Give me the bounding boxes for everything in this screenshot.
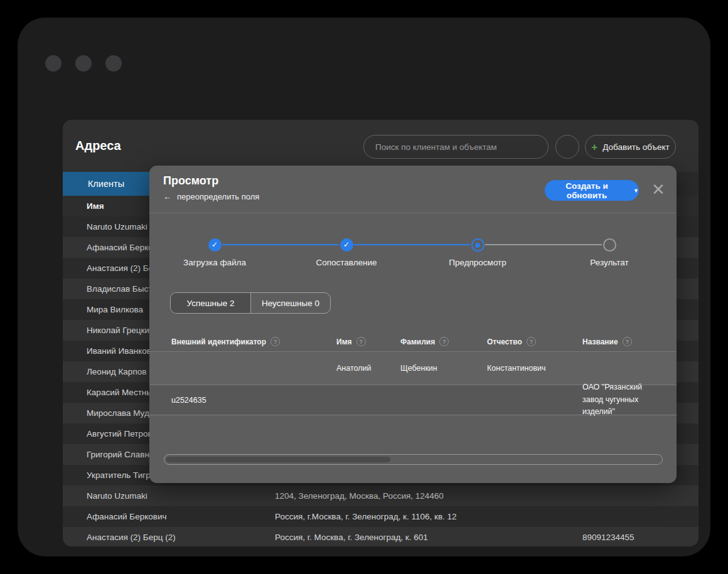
app-header: Адреса + Добавить объект [63,120,699,172]
preview-column-header: Внешний идентификатор? [171,331,280,352]
client-name-cell: Николай Грецкий [87,326,154,335]
window-controls [45,55,122,72]
wizard-step[interactable]: ✓Сопоставление [296,238,397,267]
step-label: Загрузка файла [164,258,265,267]
add-object-label: Добавить объект [602,142,669,152]
upcoming-step-icon [603,238,616,252]
client-name-cell: Владислав Быстр [87,284,157,294]
step-label: Предпросмотр [427,258,528,267]
create-and-update-button[interactable]: Создать и обновить ▼ [545,180,639,201]
preview-table-header: Внешний идентификатор?Имя?Фамилия?Отчест… [149,331,677,352]
preview-cell: ОАО "Рязанский завод чугунных изделий" [582,385,663,415]
import-preview-modal: Просмотр ← переопределить поля Создать и… [149,166,677,483]
wizard-step[interactable]: Результат [559,238,660,267]
help-icon[interactable]: ? [527,337,536,346]
name-column-header: Имя [87,201,104,211]
close-icon[interactable]: ✕ [650,182,666,198]
client-name-cell: Naruto Uzumaki [87,491,147,501]
modal-header: Просмотр ← переопределить поля Создать и… [149,166,677,213]
wizard-stepper: ✓Загрузка файла✓СопоставлениеПредпросмот… [149,213,677,282]
add-object-button[interactable]: + Добавить объект [585,135,676,159]
wizard-step[interactable]: Предпросмотр [427,238,528,267]
help-icon[interactable]: ? [439,337,449,346]
result-tabs: Успешные 2Неуспешные 0 [170,292,331,314]
client-name-cell: Анастасия (2) Берц (2) [87,533,176,542]
check-icon: ✓ [208,238,222,252]
redefine-fields-link[interactable]: ← переопределить поля [163,192,259,201]
page-title: Адреса [75,139,121,153]
step-label: Сопоставление [296,258,397,267]
preview-column-header: Отчество? [487,331,536,352]
scrollbar-thumb[interactable] [166,457,390,462]
client-name-cell: Иваний Иванков [87,346,151,356]
preview-cell: Анатолий [336,352,371,385]
preview-cell: Константинович [487,352,546,385]
client-name-cell: Мира Вилкова [87,305,143,314]
search-input[interactable] [363,135,549,159]
preview-column-label: Имя [336,337,352,346]
modal-title: Просмотр [163,174,218,188]
preview-column-header: Имя? [336,331,366,352]
preview-cell: Щебенкин [400,352,437,385]
preview-cell: u2524635 [171,385,206,415]
client-name-cell: Леонид Карпов [87,367,146,376]
wizard-step[interactable]: ✓Загрузка файла [164,238,265,267]
client-name-cell: Укратитель Тигро [87,470,155,480]
preview-table-body: АнатолийЩебенкинКонстантиновичu2524635ОА… [149,352,677,415]
chevron-down-icon: ▼ [633,188,639,194]
tab-clients[interactable]: Клиенты [63,172,149,196]
client-address-cell: Россия, г.Москва, г. Зеленоград, к. 1106… [275,512,457,521]
client-name-cell: Naruto Uzumaki [87,222,147,231]
client-phone-cell: 89091234455 [582,533,634,542]
preview-table: Внешний идентификатор?Имя?Фамилия?Отчест… [149,331,677,415]
window-control-icon[interactable] [45,55,62,72]
client-address-cell: Россия, г. Москва, г. Зеленоград, к. 601 [275,533,428,542]
current-step-icon [471,238,484,252]
client-name-cell: Афанасий Беркович [87,512,167,521]
window-frame: Адреса + Добавить объект Клиенты Имя Nar… [18,18,710,556]
create-and-update-label: Создать и обновить [545,181,629,200]
window-control-icon[interactable] [75,55,92,72]
client-name-cell: Мирослава Мудр [87,408,154,418]
tab-successful[interactable]: Успешные 2 [171,293,250,313]
client-name-cell: Григорий Славны [87,450,156,459]
help-icon[interactable]: ? [356,337,366,346]
preview-column-label: Название [582,337,618,346]
table-row[interactable]: Афанасий БерковичРоссия, г.Москва, г. Зе… [63,506,699,527]
table-row[interactable]: Naruto Uzumaki1204, Зеленоград, Москва, … [63,486,699,506]
plus-icon: + [591,142,597,152]
preview-column-label: Внешний идентификатор [171,337,266,346]
horizontal-scrollbar[interactable] [164,454,663,465]
help-icon[interactable]: ? [270,337,280,346]
preview-table-row[interactable]: u2524635ОАО "Рязанский завод чугунных из… [149,385,677,415]
table-row[interactable]: Анастасия (2) Берц (2)Россия, г. Москва,… [63,527,699,546]
preview-column-header: Название? [582,331,632,352]
client-address-cell: 1204, Зеленоград, Москва, Россия, 124460 [275,491,444,501]
preview-column-header: Фамилия? [400,331,449,352]
help-icon[interactable]: ? [623,337,632,346]
circle-button[interactable] [555,135,579,159]
client-name-cell: Карасий Местны [87,388,153,397]
preview-table-row[interactable]: АнатолийЩебенкинКонстантинович [149,352,677,385]
client-name-cell: Августий Петров [87,429,153,438]
redefine-fields-label: переопределить поля [177,192,259,201]
back-arrow-icon: ← [163,192,171,201]
tab-unsuccessful[interactable]: Неуспешные 0 [250,293,330,313]
check-icon: ✓ [340,238,353,252]
step-label: Результат [559,258,660,267]
preview-column-label: Фамилия [400,337,435,346]
preview-column-label: Отчество [487,337,522,346]
window-control-icon[interactable] [105,55,122,72]
